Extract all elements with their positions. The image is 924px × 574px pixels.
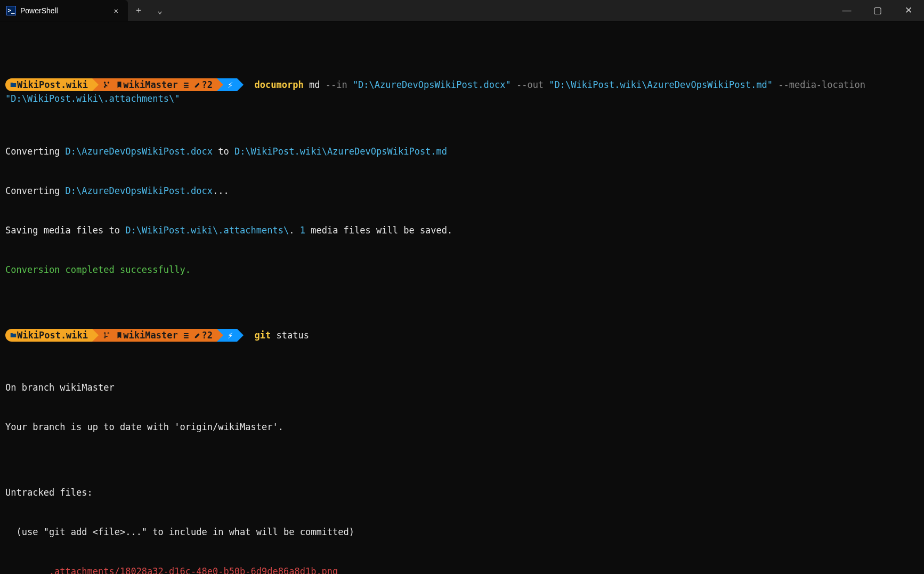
output-line: Untracked files: xyxy=(5,486,919,499)
window-controls: — ▢ ✕ xyxy=(831,0,924,21)
output-success: Conversion completed successfully. xyxy=(5,263,919,277)
cmd-arg-in: "D:\AzureDevOpsWikiPost.docx" xyxy=(353,78,511,92)
prompt-admin-segment: ⚡ xyxy=(223,78,237,91)
output-line: Saving media files to D:\WikiPost.wiki\.… xyxy=(5,224,919,237)
maximize-button[interactable]: ▢ xyxy=(862,0,893,21)
folder-icon xyxy=(10,332,17,339)
prompt-path-segment: WikiPost.wiki xyxy=(5,329,92,342)
pencil-icon xyxy=(194,81,201,88)
close-window-button[interactable]: ✕ xyxy=(893,0,924,21)
cmd-flag-media: --media-location xyxy=(773,78,871,92)
output-line: (use "git add <file>..." to include in w… xyxy=(5,526,919,539)
tab-title: PowerShell xyxy=(20,6,58,15)
prompt-path: WikiPost.wiki xyxy=(17,78,88,92)
cmd-exe: documorph xyxy=(255,78,304,92)
chevron-right-icon xyxy=(92,329,99,342)
cmd-flag-in: --in xyxy=(326,78,353,92)
chevron-right-icon xyxy=(217,329,223,342)
cmd-arg-media: "D:\WikiPost.wiki\.attachments\" xyxy=(5,92,180,106)
tab-dropdown-button[interactable]: ⌄ xyxy=(149,0,171,21)
powershell-icon: >_ xyxy=(6,6,16,15)
untracked-file: .attachments/18028a32-d16c-48e0-b50b-6d9… xyxy=(5,565,919,574)
chevron-right-icon xyxy=(92,78,99,91)
tab-powershell[interactable]: >_ PowerShell ✕ xyxy=(0,0,128,21)
cmd-exe: git xyxy=(255,329,271,342)
prompt-pending: ?2 xyxy=(201,78,212,92)
bookmark-icon xyxy=(116,332,123,339)
output-line: Converting D:\AzureDevOpsWikiPost.docx..… xyxy=(5,184,919,198)
prompt-line-2: WikiPost.wiki wikiMaster ≡ ?2 ⚡ git stat… xyxy=(5,329,919,342)
cmd-flag-out: --out xyxy=(511,78,549,92)
output-line: Your branch is up to date with 'origin/w… xyxy=(5,421,919,434)
prompt-branch-segment: wikiMaster ≡ ?2 xyxy=(99,329,217,342)
prompt-admin-segment: ⚡ xyxy=(223,329,237,342)
new-tab-button[interactable]: ＋ xyxy=(128,0,149,21)
prompt-branch: wikiMaster xyxy=(123,78,177,92)
cmd-sub: md xyxy=(304,78,326,92)
pencil-icon xyxy=(194,332,201,339)
close-tab-button[interactable]: ✕ xyxy=(110,4,123,17)
prompt-line-1: WikiPost.wiki wikiMaster ≡ ?2 ⚡ documorp… xyxy=(5,78,919,106)
cmd-args: status xyxy=(271,329,309,342)
chevron-right-icon xyxy=(237,78,244,91)
git-branch-icon xyxy=(103,81,110,88)
bookmark-icon xyxy=(116,81,123,88)
git-branch-icon xyxy=(103,332,110,339)
folder-icon xyxy=(10,81,17,88)
chevron-right-icon xyxy=(217,78,223,91)
output-line: On branch wikiMaster xyxy=(5,381,919,394)
terminal-output[interactable]: WikiPost.wiki wikiMaster ≡ ?2 ⚡ documorp… xyxy=(0,21,924,574)
chevron-right-icon xyxy=(237,329,244,342)
cmd-arg-out: "D:\WikiPost.wiki\AzureDevOpsWikiPost.md… xyxy=(549,78,773,92)
prompt-branch-segment: wikiMaster ≡ ?2 xyxy=(99,78,217,91)
minimize-button[interactable]: — xyxy=(831,0,862,21)
titlebar: >_ PowerShell ✕ ＋ ⌄ — ▢ ✕ xyxy=(0,0,924,21)
prompt-path-segment: WikiPost.wiki xyxy=(5,78,92,91)
lightning-icon: ⚡ xyxy=(228,78,233,92)
output-line: Converting D:\AzureDevOpsWikiPost.docx t… xyxy=(5,145,919,158)
lightning-icon: ⚡ xyxy=(228,329,233,342)
prompt-branch-symbol: ≡ xyxy=(178,78,194,92)
